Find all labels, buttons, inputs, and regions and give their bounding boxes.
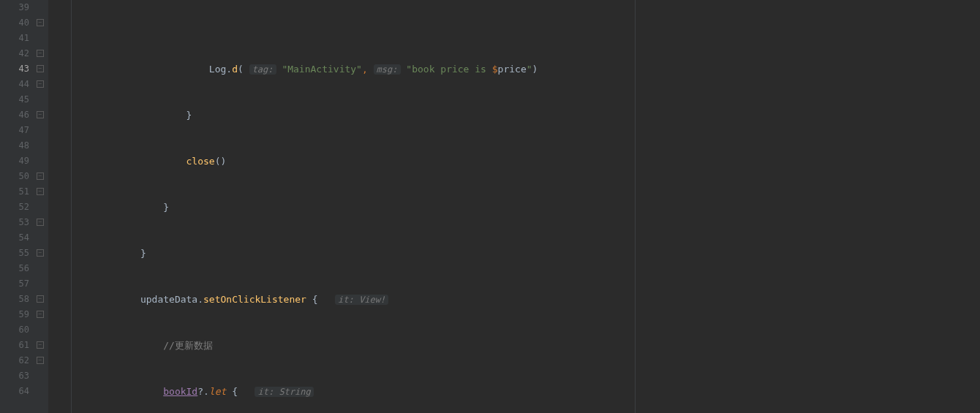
code-line: //更新数据	[72, 338, 980, 353]
line-number[interactable]: 50	[0, 169, 29, 184]
fold-marker-icon[interactable]: −	[37, 219, 44, 226]
right-margin-guide	[635, 0, 636, 413]
line-number[interactable]: 56	[0, 261, 29, 276]
line-number[interactable]: 54	[0, 230, 29, 246]
line-number[interactable]: 44	[0, 77, 29, 92]
line-number[interactable]: 59	[0, 307, 29, 322]
code-line: close()	[72, 154, 980, 169]
fold-marker-icon[interactable]: −	[37, 357, 44, 364]
line-number[interactable]: 62	[0, 353, 29, 368]
line-number[interactable]: 51	[0, 184, 29, 200]
fold-marker-icon[interactable]: −	[37, 311, 44, 318]
param-hint: msg:	[374, 64, 401, 75]
fold-column[interactable]: −−−−−−−−−−−−−	[35, 0, 48, 413]
line-number[interactable]: 61	[0, 338, 29, 353]
line-number[interactable]: 39	[0, 0, 29, 15]
code-area[interactable]: Log.d( tag: "MainActivity", msg: "book p…	[72, 0, 980, 413]
fold-marker-icon[interactable]: −	[37, 295, 44, 303]
line-number[interactable]: 57	[0, 276, 29, 292]
line-number[interactable]: 46	[0, 107, 29, 123]
code-line: }	[72, 200, 980, 215]
line-number[interactable]: 48	[0, 138, 29, 154]
fold-marker-icon[interactable]: −	[37, 249, 44, 257]
line-number[interactable]: 42	[0, 46, 29, 61]
param-hint: tag:	[249, 64, 276, 75]
fold-marker-icon[interactable]: −	[37, 65, 44, 72]
code-line: }	[72, 246, 980, 261]
line-number[interactable]: 64	[0, 384, 29, 399]
line-number[interactable]: 41	[0, 31, 29, 46]
line-number[interactable]: 47	[0, 123, 29, 138]
fold-marker-icon[interactable]: −	[37, 19, 44, 26]
lambda-hint: it: View!	[335, 295, 388, 305]
line-number[interactable]: 40	[0, 15, 29, 31]
line-number[interactable]: 55	[0, 246, 29, 261]
line-number[interactable]: 43	[0, 61, 29, 77]
line-number-gutter: 3940414243444546474849505152535455565758…	[0, 0, 35, 413]
code-editor[interactable]: 3940414243444546474849505152535455565758…	[0, 0, 980, 413]
lambda-hint: it: String	[255, 387, 313, 397]
fold-marker-icon[interactable]: −	[37, 188, 44, 195]
line-number[interactable]: 58	[0, 292, 29, 307]
line-number[interactable]: 45	[0, 92, 29, 107]
fold-marker-icon[interactable]: −	[37, 80, 44, 88]
line-number[interactable]: 49	[0, 154, 29, 169]
fold-marker-icon[interactable]: −	[37, 173, 44, 180]
code-line: bookId?.let { it: String	[72, 384, 980, 399]
fold-marker-icon[interactable]: −	[37, 341, 44, 349]
code-line: updateData.setOnClickListener { it: View…	[72, 292, 980, 307]
fold-marker-icon[interactable]: −	[37, 111, 44, 118]
line-number[interactable]: 63	[0, 368, 29, 384]
code-line: Log.d( tag: "MainActivity", msg: "book p…	[72, 61, 980, 77]
left-margin	[48, 0, 72, 413]
line-number[interactable]: 53	[0, 215, 29, 230]
fold-marker-icon[interactable]: −	[37, 50, 44, 57]
line-number[interactable]: 60	[0, 322, 29, 338]
line-number[interactable]: 52	[0, 200, 29, 215]
code-line: }	[72, 107, 980, 123]
